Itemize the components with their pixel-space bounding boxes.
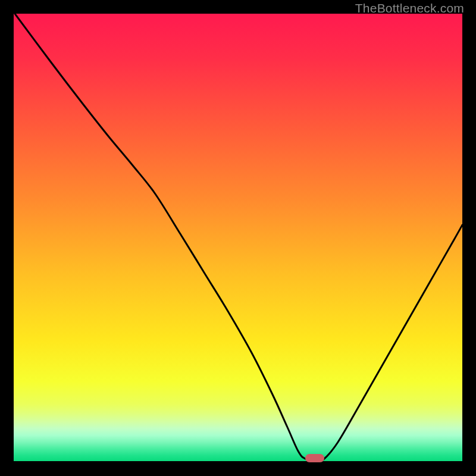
chart-stage: TheBottleneck.com [0,0,476,476]
heat-gradient-background [14,14,462,462]
svg-rect-0 [14,14,462,462]
plot-area [14,14,462,462]
optimal-marker [305,454,324,462]
